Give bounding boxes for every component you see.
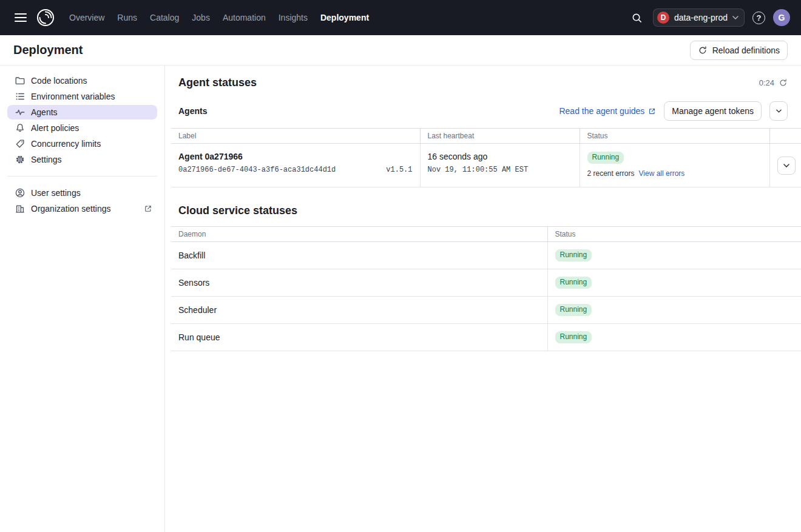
- sidebar-item-concurrency-limits[interactable]: Concurrency limits: [7, 136, 157, 151]
- sidebar-divider: [7, 176, 157, 177]
- agents-table-header: Label Last heartbeat Status: [171, 129, 801, 144]
- user-icon: [15, 187, 25, 198]
- recent-errors-count: 2 recent errors: [587, 169, 635, 178]
- nav-item-catalog[interactable]: Catalog: [149, 10, 180, 25]
- column-header-label: Label: [171, 129, 420, 144]
- heartbeat-relative: 16 seconds ago: [428, 152, 572, 161]
- deployment-badge: D: [657, 12, 669, 24]
- nav-item-deployment[interactable]: Deployment: [319, 10, 370, 25]
- deployment-sidebar: Code locations Environment variables Age…: [0, 66, 165, 532]
- agents-section-label: Agents: [178, 106, 207, 116]
- nav-item-runs[interactable]: Runs: [116, 10, 138, 25]
- daemon-name: Backfill: [178, 251, 205, 260]
- column-header-heartbeat: Last heartbeat: [420, 129, 580, 144]
- column-header-actions: [769, 129, 801, 144]
- sidebar-item-label: Environment variables: [31, 92, 115, 101]
- main-content: Agent statuses 0:24 Agents Read the agen…: [165, 66, 801, 532]
- daemon-row-sensors: Sensors Running: [171, 269, 801, 297]
- help-icon[interactable]: ?: [752, 12, 765, 24]
- status-badge: Running: [555, 331, 592, 343]
- sidebar-item-alert-policies[interactable]: Alert policies: [7, 121, 157, 135]
- sidebar-item-organization-settings[interactable]: Organization settings: [7, 201, 157, 216]
- nav-item-overview[interactable]: Overview: [68, 10, 106, 25]
- user-avatar[interactable]: G: [773, 9, 790, 26]
- status-badge: Running: [555, 249, 592, 261]
- column-header-daemon: Daemon: [171, 227, 547, 242]
- sidebar-item-label: Concurrency limits: [31, 139, 101, 149]
- top-nav-bar: Overview Runs Catalog Jobs Automation In…: [0, 0, 801, 35]
- tag-icon: [15, 138, 25, 149]
- column-header-status: Status: [580, 129, 769, 144]
- chevron-down-icon: [776, 109, 782, 113]
- sidebar-item-environment-variables[interactable]: Environment variables: [7, 89, 157, 104]
- countdown-value: 0:24: [759, 78, 774, 87]
- daemon-name: Scheduler: [178, 305, 217, 315]
- agents-table: Label Last heartbeat Status Agent 0a2719…: [171, 128, 801, 187]
- nav-item-automation[interactable]: Automation: [221, 10, 267, 25]
- sidebar-item-label: Organization settings: [31, 204, 111, 214]
- refresh-countdown: 0:24: [759, 78, 788, 87]
- gear-icon: [15, 154, 25, 165]
- refresh-icon[interactable]: [779, 78, 788, 87]
- search-icon[interactable]: [629, 10, 645, 26]
- env-vars-icon: [15, 91, 25, 102]
- agent-guides-link[interactable]: Read the agent guides: [559, 106, 656, 116]
- manage-agent-tokens-button[interactable]: Manage agent tokens: [664, 101, 762, 121]
- reload-definitions-button[interactable]: Reload definitions: [690, 41, 788, 60]
- agent-expand-button[interactable]: [777, 157, 796, 175]
- external-link-icon: [144, 204, 152, 213]
- agent-statuses-title: Agent statuses: [178, 76, 257, 89]
- status-badge: Running: [555, 304, 592, 316]
- daemon-row-scheduler: Scheduler Running: [171, 297, 801, 324]
- agents-icon: [15, 107, 25, 118]
- deployment-switcher[interactable]: D data-eng-prod: [653, 8, 745, 27]
- agent-version: v1.5.1: [386, 166, 412, 174]
- status-badge: Running: [555, 277, 592, 289]
- status-badge: Running: [587, 152, 624, 164]
- bell-icon: [15, 123, 25, 133]
- daemon-name: Run queue: [178, 332, 220, 342]
- chevron-down-icon: [732, 16, 738, 19]
- cloud-table-header: Daemon Status: [171, 227, 801, 242]
- primary-nav: Overview Runs Catalog Jobs Automation In…: [68, 10, 370, 25]
- sidebar-item-label: Agents: [31, 107, 58, 117]
- nav-item-jobs[interactable]: Jobs: [191, 10, 211, 25]
- chevron-down-icon: [783, 164, 789, 167]
- sidebar-item-user-settings[interactable]: User settings: [7, 186, 157, 200]
- building-icon: [15, 203, 25, 214]
- page-header: Deployment Reload definitions: [0, 35, 801, 66]
- dagster-logo-icon[interactable]: [35, 7, 56, 28]
- daemon-row-run-queue: Run queue Running: [171, 324, 801, 351]
- cloud-services-table: Daemon Status Backfill Running Sensors R…: [171, 226, 801, 351]
- folder-icon: [15, 75, 25, 86]
- sidebar-item-label: Alert policies: [31, 123, 79, 133]
- heartbeat-timestamp: Nov 19, 11:00:55 AM EST: [428, 166, 572, 174]
- sidebar-item-label: User settings: [31, 188, 81, 198]
- menu-icon[interactable]: [11, 9, 30, 26]
- view-all-errors-link[interactable]: View all errors: [639, 169, 685, 178]
- column-header-status: Status: [547, 227, 801, 242]
- nav-item-insights[interactable]: Insights: [277, 10, 309, 25]
- sidebar-item-label: Settings: [31, 155, 62, 164]
- agent-name: Agent 0a271966: [178, 152, 413, 161]
- sidebar-item-code-locations[interactable]: Code locations: [7, 73, 157, 88]
- daemon-row-backfill: Backfill Running: [171, 242, 801, 269]
- agent-row: Agent 0a271966 0a271966-de67-4043-a3f6-a…: [171, 144, 801, 187]
- agents-toolbar: Agents Read the agent guides Manage agen…: [178, 101, 788, 121]
- sidebar-item-agents[interactable]: Agents: [7, 105, 157, 120]
- cloud-service-statuses-title: Cloud service statuses: [178, 204, 788, 217]
- sidebar-item-label: Code locations: [31, 76, 87, 86]
- reload-icon: [698, 45, 708, 55]
- agent-id: 0a271966-de67-4043-a3f6-aca31dc44d1d: [178, 166, 336, 174]
- external-link-icon: [648, 107, 656, 115]
- deployment-name: data-eng-prod: [674, 13, 728, 22]
- agents-more-actions-button[interactable]: [769, 101, 788, 121]
- page-title: Deployment: [13, 43, 83, 57]
- sidebar-item-settings[interactable]: Settings: [7, 152, 157, 167]
- daemon-name: Sensors: [178, 278, 209, 288]
